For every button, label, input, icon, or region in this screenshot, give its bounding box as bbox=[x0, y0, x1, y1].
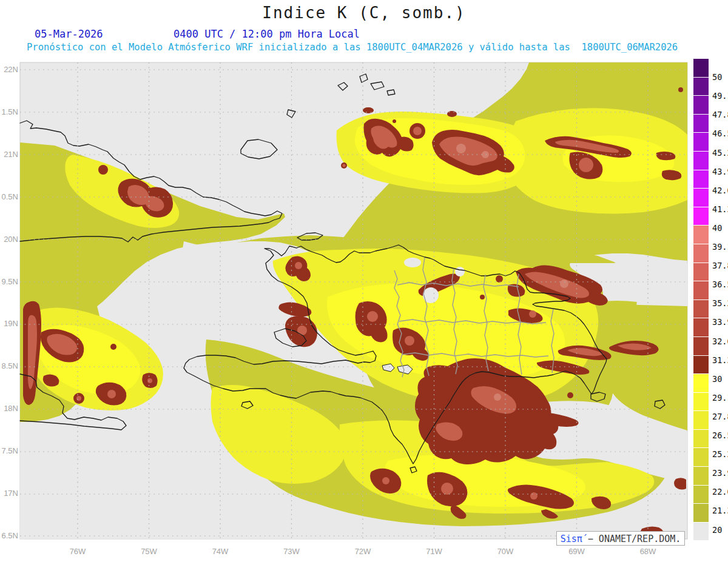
lon-label: 69W bbox=[565, 547, 589, 556]
map-canvas bbox=[0, 0, 728, 562]
colorbar-label: 40 bbox=[712, 223, 722, 233]
colorbar-cell bbox=[693, 504, 709, 523]
colorbar-label: 39.1 bbox=[712, 242, 728, 252]
colorbar-label: 23.9 bbox=[712, 468, 728, 478]
lon-label: 73W bbox=[280, 547, 304, 556]
colorbar-label: 47.8 bbox=[712, 110, 728, 119]
lat-label: 6.5N bbox=[0, 531, 18, 540]
colorbar-label: 27.8 bbox=[712, 412, 728, 421]
lat-label: 7.5N bbox=[0, 446, 18, 455]
colorbar-label: 50 bbox=[712, 72, 722, 82]
colorbar-cell bbox=[693, 300, 709, 319]
lat-label: 9.5N bbox=[0, 277, 18, 286]
colorbar-cell bbox=[693, 337, 709, 356]
colorbar-label: 46.5 bbox=[712, 129, 728, 138]
lat-label: 22N bbox=[0, 65, 18, 74]
colorbar-cell bbox=[693, 430, 709, 449]
colorbar-cell bbox=[693, 263, 709, 282]
colorbar-cell bbox=[693, 318, 709, 337]
watermark-app: Sisπ́ bbox=[561, 534, 582, 544]
colorbar-cell bbox=[693, 393, 709, 412]
lon-label: 70W bbox=[493, 547, 517, 556]
colorbar-cell bbox=[693, 467, 709, 486]
colorbar-label: 29.1 bbox=[712, 393, 728, 403]
colorbar-label: 21.3 bbox=[712, 506, 728, 515]
lon-label: 74W bbox=[208, 547, 232, 556]
lon-label: 71W bbox=[422, 547, 447, 556]
colorbar-cell bbox=[693, 133, 709, 152]
colorbar-label: 36.5 bbox=[712, 279, 728, 289]
colorbar-label: 32.6 bbox=[712, 336, 728, 346]
colorbar-cell bbox=[693, 152, 709, 170]
colorbar-label: 35.2 bbox=[712, 298, 728, 308]
colorbar-label: 42.6 bbox=[712, 186, 728, 195]
lat-label: 18N bbox=[0, 404, 18, 413]
colorbar-cell bbox=[693, 281, 709, 300]
lat-label: 0.5N bbox=[0, 192, 18, 201]
lat-label: 8.5N bbox=[0, 361, 18, 370]
colorbar-cell bbox=[693, 411, 709, 430]
colorbar-label: 30 bbox=[712, 374, 722, 384]
colorbar-label: 49.1 bbox=[712, 91, 728, 101]
lon-label: 75W bbox=[137, 547, 161, 556]
colorbar-cell bbox=[693, 448, 709, 467]
colorbar-label: 25.2 bbox=[712, 449, 728, 459]
colorbar-label: 20 bbox=[712, 525, 722, 535]
colorbar-cell bbox=[693, 356, 709, 375]
colorbar-label: 22.6 bbox=[712, 487, 728, 497]
colorbar bbox=[693, 59, 709, 541]
colorbar-cell bbox=[693, 486, 709, 504]
lon-label: 76W bbox=[66, 547, 90, 556]
colorbar-label: 26.5 bbox=[712, 430, 728, 440]
lat-label: 19N bbox=[0, 319, 18, 328]
colorbar-label: 33.9 bbox=[712, 317, 728, 327]
colorbar-cell bbox=[693, 374, 709, 393]
colorbar-cell bbox=[693, 523, 709, 541]
colorbar-cell bbox=[693, 170, 709, 189]
colorbar-label: 31.3 bbox=[712, 355, 728, 365]
map-plot bbox=[0, 0, 728, 562]
lat-label: 20N bbox=[0, 235, 18, 244]
lon-label: 68W bbox=[636, 547, 660, 556]
colorbar-label: 43.9 bbox=[712, 167, 728, 176]
colorbar-cell bbox=[693, 207, 709, 226]
colorbar-cell bbox=[693, 189, 709, 207]
watermark-badge: Sisπ́ − ONAMET/REP.DOM. bbox=[556, 531, 685, 546]
watermark-org: − ONAMET/REP.DOM. bbox=[582, 534, 681, 544]
lat-label: 1.5N bbox=[0, 107, 18, 116]
lat-label: 17N bbox=[0, 489, 18, 498]
colorbar-cell bbox=[693, 115, 709, 133]
lat-label: 21N bbox=[0, 150, 18, 159]
colorbar-cell bbox=[693, 59, 709, 78]
lon-label: 72W bbox=[351, 547, 375, 556]
weather-map-product: Indice K (C, somb.) 05-Mar-2026 0400 UTC… bbox=[0, 0, 728, 562]
colorbar-cell bbox=[693, 226, 709, 244]
colorbar-label: 41.3 bbox=[712, 204, 728, 214]
colorbar-label: 45.2 bbox=[712, 148, 728, 158]
colorbar-label: 37.8 bbox=[712, 261, 728, 270]
colorbar-cell bbox=[693, 78, 709, 96]
colorbar-cell bbox=[693, 244, 709, 263]
colorbar-cell bbox=[693, 96, 709, 115]
